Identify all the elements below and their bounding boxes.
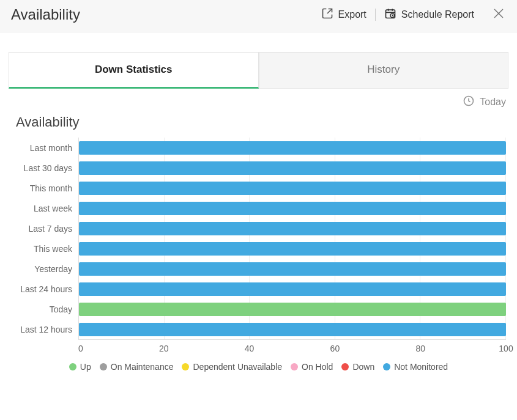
tab-down-statistics[interactable]: Down Statistics xyxy=(9,52,259,89)
schedule-label: Schedule Report xyxy=(401,9,474,20)
y-axis-label: Yesterday xyxy=(11,259,78,279)
y-axis-label: Last 7 days xyxy=(11,218,78,238)
tab-history[interactable]: History xyxy=(259,52,509,89)
bar-row xyxy=(79,299,506,319)
y-axis-labels: Last monthLast 30 daysThis monthLast wee… xyxy=(11,138,78,340)
y-axis-label: Last month xyxy=(11,138,78,158)
legend-item[interactable]: Down xyxy=(341,362,374,372)
close-button[interactable] xyxy=(491,6,506,23)
bar-row xyxy=(79,319,506,339)
legend-dot-icon xyxy=(182,363,189,370)
legend-label: Up xyxy=(80,362,91,372)
y-axis-label: Today xyxy=(11,299,78,319)
bars-group xyxy=(79,138,506,339)
bar-row xyxy=(79,158,506,178)
bar-segment[interactable] xyxy=(79,202,506,215)
time-range-label: Today xyxy=(480,97,506,108)
y-axis-label: This month xyxy=(11,178,78,198)
y-axis-label: Last week xyxy=(11,198,78,218)
bar-row xyxy=(79,218,506,238)
y-axis-label: Last 30 days xyxy=(11,158,78,178)
legend-label: Dependent Unavailable xyxy=(193,362,282,372)
export-label: Export xyxy=(338,9,366,20)
legend-item[interactable]: On Hold xyxy=(291,362,333,372)
bar-segment[interactable] xyxy=(79,141,506,155)
bar-segment[interactable] xyxy=(79,303,506,316)
schedule-report-button[interactable]: Schedule Report xyxy=(384,7,474,22)
divider xyxy=(375,9,376,21)
legend-item[interactable]: On Maintenance xyxy=(100,362,174,372)
chart-container: Availability Last monthLast 30 daysThis … xyxy=(11,114,506,372)
legend-label: On Hold xyxy=(302,362,333,372)
y-axis-label: This week xyxy=(11,238,78,259)
export-button[interactable]: Export xyxy=(321,7,366,22)
bar-row xyxy=(79,259,506,279)
legend: UpOn MaintenanceDependent UnavailableOn … xyxy=(11,362,506,372)
legend-label: Down xyxy=(352,362,374,372)
chart-title: Availability xyxy=(16,114,506,130)
bar-row xyxy=(79,138,506,158)
header-bar: Availability Export Schedule Report xyxy=(0,0,517,32)
legend-label: On Maintenance xyxy=(111,362,174,372)
bar-row xyxy=(79,238,506,259)
legend-dot-icon xyxy=(291,363,298,370)
tabs: Down Statistics History xyxy=(9,52,508,89)
bar-segment[interactable] xyxy=(79,182,506,195)
export-icon xyxy=(321,7,333,22)
bar-segment[interactable] xyxy=(79,222,506,235)
bar-row xyxy=(79,178,506,198)
bar-segment[interactable] xyxy=(79,282,506,296)
close-icon xyxy=(491,6,506,23)
header-actions: Export Schedule Report xyxy=(321,6,506,23)
y-axis-label: Last 12 hours xyxy=(11,319,78,339)
bar-segment[interactable] xyxy=(79,262,506,276)
y-axis-label: Last 24 hours xyxy=(11,279,78,299)
bar-segment[interactable] xyxy=(79,323,506,336)
legend-item[interactable]: Dependent Unavailable xyxy=(182,362,282,372)
plot-area xyxy=(78,138,506,340)
legend-dot-icon xyxy=(100,363,107,370)
legend-item[interactable]: Up xyxy=(69,362,91,372)
legend-dot-icon xyxy=(69,363,76,370)
bar-chart: Last monthLast 30 daysThis monthLast wee… xyxy=(11,138,506,340)
bar-row xyxy=(79,198,506,218)
legend-item[interactable]: Not Monitored xyxy=(383,362,448,372)
legend-label: Not Monitored xyxy=(394,362,448,372)
clock-icon xyxy=(463,95,475,109)
bar-row xyxy=(79,279,506,299)
bar-segment[interactable] xyxy=(79,242,506,256)
bar-segment[interactable] xyxy=(79,161,506,175)
legend-dot-icon xyxy=(383,363,390,370)
calendar-clock-icon xyxy=(384,7,396,22)
time-range-selector[interactable]: Today xyxy=(0,89,517,109)
page-title: Availability xyxy=(11,6,80,23)
legend-dot-icon xyxy=(341,363,349,370)
